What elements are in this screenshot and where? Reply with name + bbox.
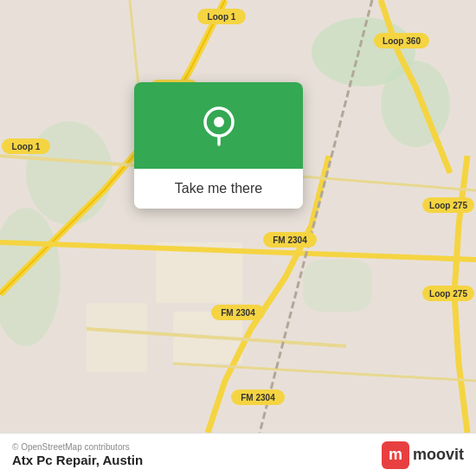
location-popup: Take me there (134, 82, 303, 209)
svg-rect-8 (87, 303, 147, 372)
osm-attribution: © OpenStreetMap contributors (12, 442, 143, 452)
svg-text:Loop 275: Loop 275 (429, 289, 467, 299)
svg-text:FM 2304: FM 2304 (221, 308, 255, 318)
svg-point-35 (214, 117, 224, 127)
svg-point-3 (26, 121, 113, 225)
location-info: © OpenStreetMap contributors Atx Pc Repa… (12, 442, 143, 467)
svg-text:Loop 360: Loop 360 (383, 36, 421, 46)
popup-header (134, 82, 303, 169)
take-me-there-button[interactable]: Take me there (134, 169, 303, 209)
location-name: Atx Pc Repair, Austin (12, 453, 143, 467)
bottom-bar: © OpenStreetMap contributors Atx Pc Repa… (0, 433, 476, 476)
moovit-icon: m (382, 441, 409, 469)
svg-rect-5 (303, 260, 372, 312)
moovit-brand-name: moovit (413, 446, 464, 464)
svg-text:Loop 1: Loop 1 (208, 12, 236, 22)
svg-text:FM 2304: FM 2304 (273, 235, 307, 245)
svg-text:FM 2304: FM 2304 (241, 393, 275, 402)
svg-text:Loop 275: Loop 275 (429, 201, 467, 210)
svg-point-2 (381, 61, 450, 147)
moovit-logo: m moovit (382, 441, 464, 469)
map-background: Loop 1 Loop 360 Loop 1 Loop 1 Loop 275 F… (0, 0, 476, 433)
map-container: Loop 1 Loop 360 Loop 1 Loop 1 Loop 275 F… (0, 0, 476, 433)
location-pin-icon (198, 105, 240, 146)
svg-text:Loop 1: Loop 1 (12, 142, 41, 151)
